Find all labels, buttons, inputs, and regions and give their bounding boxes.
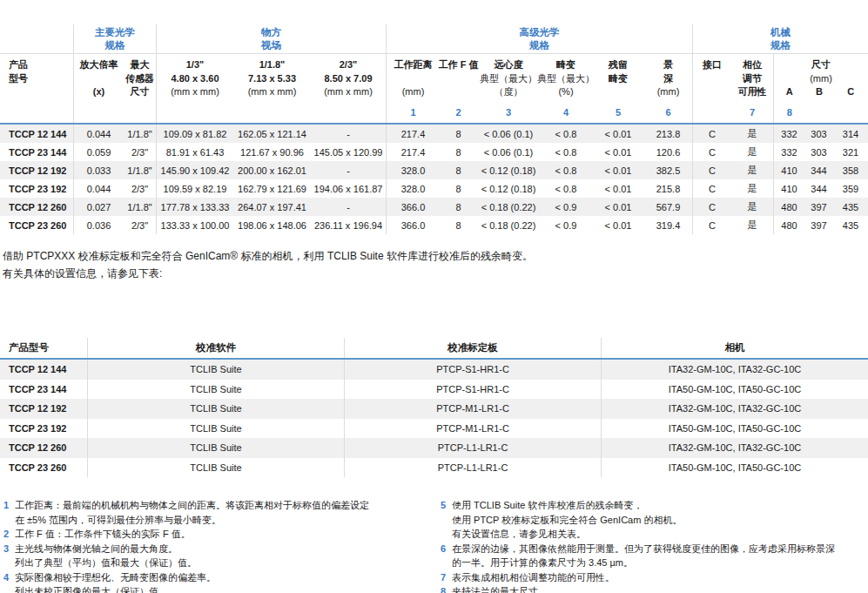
cell-magnification: 0.059 <box>73 143 124 161</box>
dim-b-label: B <box>805 85 834 99</box>
calib-header-model: 产品型号 <box>0 338 87 358</box>
calib-cell-camera: ITA32-GM-10C, ITA32-GC-10C <box>601 360 868 380</box>
group-label: 物方 <box>157 26 386 39</box>
cell-model: TCCP 23 260 <box>0 216 73 234</box>
cell-dim-c: 435 <box>833 216 868 234</box>
cell-dim-a: 480 <box>773 198 804 216</box>
footnote-ref-8: 8 <box>774 106 805 120</box>
spec-header-row: 产品 型号 放大倍率 (x) 最大 传感器 尺寸 1/3" 4.80 x 3.6… <box>0 54 868 125</box>
header-line: 1/1.8" <box>259 58 286 72</box>
calib-cell-model: TCCP 23 192 <box>0 419 87 439</box>
footnote-3: 3 主光线与物体侧光轴之间的最大角度。 列出了典型（平均）值和最大（保证）值。 <box>0 542 437 570</box>
cell-residual: < 0.01 <box>592 198 644 216</box>
cell-model: TCCP 12 192 <box>0 161 73 179</box>
cell-sensor: 2/3" <box>124 216 156 234</box>
header-line: 可用性 <box>738 85 767 99</box>
footnote-line: 表示集成相机相位调整功能的可用性。 <box>452 570 868 585</box>
spec-row: TCCP 12 144 0.044 1/1.8" 109.09 x 81.82 … <box>0 125 868 143</box>
calibration-note-line: 有关具体的设置信息，请参见下表: <box>3 266 868 283</box>
footnote-text: 工作距离：最前端的机械机构与物体之间的距离。将该距离相对于标称值的偏差设定 在 … <box>15 498 437 527</box>
cell-fov-2-3: - <box>311 125 386 143</box>
header-line: 传感器 <box>125 72 154 86</box>
cell-dim-a: 410 <box>773 179 804 198</box>
cell-residual: < 0.01 <box>592 216 644 234</box>
header-line: (mm) <box>402 85 425 99</box>
footnote-line: 列出未校正图像的最大（保证）值。 <box>15 584 437 593</box>
header-line: 尺寸 <box>811 58 831 72</box>
calib-header-software: 校准软件 <box>87 338 344 358</box>
cell-magnification: 0.036 <box>73 216 124 234</box>
calib-header-camera: 相机 <box>601 338 868 358</box>
cell-residual: < 0.01 <box>592 161 644 179</box>
cell-model: TCCP 12 260 <box>0 198 73 216</box>
footnote-1: 1 工作距离：最前端的机械机构与物体之间的距离。将该距离相对于标称值的偏差设定 … <box>0 498 437 527</box>
header-line: 深 <box>663 72 673 86</box>
cell-dof: 382.5 <box>644 161 692 179</box>
cell-residual: < 0.01 <box>592 125 644 143</box>
calibration-note: 借助 PTCPXXX 校准标定板和完全符合 GenICam® 标准的相机，利用 … <box>3 248 868 282</box>
cell-fov-2-3: 194.06 x 161.87 <box>311 179 386 198</box>
cell-dim-a: 332 <box>773 143 804 161</box>
cell-fov-1-1-8: 162.05 x 121.14 <box>233 125 311 143</box>
cell-sensor: 2/3" <box>124 143 156 161</box>
header-line: 接口 <box>703 58 722 72</box>
header-line: 调节 <box>743 72 762 86</box>
col-header-mount: 接口 <box>692 54 731 123</box>
header-line: 畸变 <box>609 72 628 86</box>
cell-dim-c: 359 <box>833 179 868 198</box>
cell-distortion: < 0.9 <box>540 216 592 234</box>
cell-telecentricity: < 0.06 (0.1) <box>477 125 540 143</box>
header-line: (%) <box>558 85 573 99</box>
calib-cell-camera: ITA50-GM-10C, ITA50-GC-10C <box>601 458 868 478</box>
cell-dim-b: 344 <box>804 179 833 198</box>
calib-cell-software: TCLIB Suite <box>87 399 344 419</box>
footnote-number: 1 <box>0 498 15 527</box>
calib-cell-target: PTCP-S1-HR1-C <box>344 360 601 380</box>
footnote-line: 实际图像相较于理想化、无畸变图像的偏差率。 <box>15 570 437 585</box>
cell-dim-c: 314 <box>833 125 868 143</box>
footnote-ref-6: 6 <box>665 106 670 124</box>
cell-sensor: 2/3" <box>124 179 156 198</box>
calib-cell-software: TCLIB Suite <box>87 380 344 400</box>
calib-cell-model: TCCP 12 260 <box>0 438 87 458</box>
cell-fov-2-3: 145.05 x 120.99 <box>311 143 386 161</box>
header-line: 工作距离 <box>394 58 433 72</box>
dimension-note-row: 8 <box>774 106 868 124</box>
group-label: 高级光学 <box>387 26 692 39</box>
col-header-magnification: 放大倍率 (x) <box>73 54 124 123</box>
cell-mount: C <box>692 161 731 179</box>
cell-mount: C <box>692 125 731 143</box>
cell-mount: C <box>692 216 731 234</box>
header-line: (mm) <box>657 85 680 99</box>
calib-cell-target: PTCP-M1-LR1-C <box>344 419 601 439</box>
header-line: 畸变 <box>556 58 575 72</box>
footnote-2: 2 工作 F 值：工作条件下镜头的实际 F 值。 <box>0 527 437 542</box>
cell-sensor: 1/1.8" <box>124 161 156 179</box>
cell-dim-b: 397 <box>804 198 833 216</box>
cell-mount: C <box>692 143 731 161</box>
cell-mount: C <box>692 179 731 198</box>
dimension-letters: A B C <box>774 85 868 99</box>
group-label: 规格 <box>693 39 868 52</box>
header-line: 景 <box>663 58 673 72</box>
cell-working-distance: 366.0 <box>386 198 440 216</box>
cell-phase: 是 <box>731 125 773 143</box>
cell-fov-2-3: 236.11 x 196.94 <box>311 216 386 234</box>
calib-cell-model: TCCP 23 144 <box>0 380 87 400</box>
footnote-ref-1: 1 <box>410 106 415 124</box>
footnote-8: 8 夹持法兰的最大尺寸。 <box>437 584 868 593</box>
footnote-ref-4: 4 <box>563 106 569 124</box>
cell-dof: 567.9 <box>644 198 692 216</box>
cell-model: TCCP 12 144 <box>0 125 73 143</box>
cell-distortion: < 0.8 <box>540 179 592 198</box>
calib-cell-camera: ITA32-GM-10C, ITA32-GC-10C <box>601 399 868 419</box>
calib-cell-software: TCLIB Suite <box>87 458 344 478</box>
calib-row: TCCP 12 192 TCLIB Suite PTCP-M1-LR1-C IT… <box>0 399 868 419</box>
footnote-7: 7 表示集成相机相位调整功能的可用性。 <box>437 570 868 585</box>
group-label: 规格 <box>74 39 156 52</box>
footnote-text: 实际图像相较于理想化、无畸变图像的偏差率。 列出未校正图像的最大（保证）值。 <box>15 570 437 593</box>
cell-sensor: 1/1.8" <box>124 125 156 143</box>
calib-cell-target: PTCP-L1-LR1-C <box>344 458 601 478</box>
spec-group-row: 主要光学 规格 物方 视场 高级光学 规格 机械 规格 <box>0 24 868 54</box>
cell-distortion: < 0.8 <box>540 161 592 179</box>
